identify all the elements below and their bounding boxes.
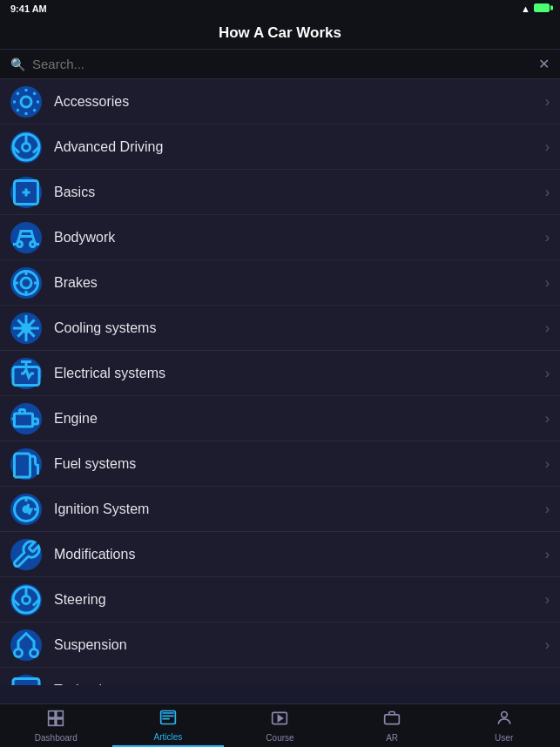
tab-label-user: User <box>495 733 513 743</box>
suspension-icon <box>10 629 42 661</box>
list-item-label-suspension: Suspension <box>54 637 545 653</box>
tab-user[interactable]: User <box>448 706 560 746</box>
steering-icon <box>10 131 42 163</box>
list-item-cooling-systems[interactable]: Cooling systems› <box>0 306 560 351</box>
tab-label-course: Course <box>266 733 293 743</box>
fuel-icon <box>10 448 42 480</box>
svg-marker-29 <box>279 715 283 721</box>
svg-point-16 <box>30 649 38 656</box>
search-icon: 🔍 <box>10 57 25 71</box>
chevron-right-icon-fuel-systems: › <box>545 456 550 472</box>
list-item-label-bodywork: Bodywork <box>54 230 545 246</box>
search-bar[interactable]: 🔍 ✕ <box>0 50 560 79</box>
list-item-ignition-system[interactable]: Ignition System› <box>0 487 560 532</box>
chevron-right-icon-steering: › <box>545 592 550 608</box>
svg-rect-24 <box>57 710 64 717</box>
basics-icon <box>10 177 42 208</box>
tab-ar[interactable]: AR <box>336 706 449 746</box>
brakes-icon <box>10 267 42 299</box>
list-item-bodywork[interactable]: Bodywork› <box>0 215 560 260</box>
engine-icon <box>10 403 42 434</box>
list-item-technology[interactable]: Technology› <box>0 668 560 685</box>
svg-point-7 <box>21 278 31 288</box>
chevron-right-icon-accessories: › <box>545 94 550 110</box>
svg-point-2 <box>23 143 30 151</box>
ar-tab-icon <box>383 710 401 731</box>
technology-icon <box>10 675 42 686</box>
list-item-label-brakes: Brakes <box>54 275 545 291</box>
accessories-icon <box>10 86 42 118</box>
list-item-advanced-driving[interactable]: Advanced Driving› <box>0 124 560 170</box>
user-tab-icon <box>496 710 513 731</box>
list-item-label-electrical-systems: Electrical systems <box>54 366 545 381</box>
course-tab-icon <box>271 710 288 731</box>
list-item-modifications[interactable]: Modifications› <box>0 532 560 577</box>
list-item-label-fuel-systems: Fuel systems <box>54 456 545 472</box>
tab-label-dashboard: Dashboard <box>35 733 78 743</box>
list-item-label-steering: Steering <box>54 592 545 608</box>
chevron-right-icon-brakes: › <box>545 275 550 291</box>
list-item-fuel-systems[interactable]: Fuel systems› <box>0 441 560 487</box>
svg-point-0 <box>21 97 31 107</box>
modifications-icon <box>10 539 42 570</box>
tab-articles[interactable]: Articles <box>112 705 225 747</box>
search-clear-button[interactable]: ✕ <box>538 57 550 71</box>
list-item-brakes[interactable]: Brakes› <box>0 260 560 306</box>
svg-point-31 <box>501 711 507 717</box>
ignition-icon <box>10 494 42 525</box>
list-item-accessories[interactable]: Accessories› <box>0 79 560 124</box>
list-item-label-ignition-system: Ignition System <box>54 501 545 517</box>
status-bar: 9:41 AM ▲ <box>0 0 560 17</box>
chevron-right-icon-electrical-systems: › <box>545 366 550 381</box>
tab-course[interactable]: Course <box>224 706 336 746</box>
cooling-icon <box>10 313 42 344</box>
battery-indicator <box>534 3 550 14</box>
dashboard-tab-icon <box>47 710 64 731</box>
electrical-icon <box>10 358 42 389</box>
chevron-right-icon-suspension: › <box>545 637 550 653</box>
list-item-label-advanced-driving: Advanced Driving <box>54 139 545 155</box>
chevron-right-icon-technology: › <box>545 683 550 686</box>
list-item-label-engine: Engine <box>54 411 545 427</box>
svg-rect-26 <box>57 718 64 725</box>
list-item-basics[interactable]: Basics› <box>0 170 560 215</box>
list-item-engine[interactable]: Engine› <box>0 396 560 441</box>
chevron-right-icon-basics: › <box>545 185 550 200</box>
category-list: Accessories›Advanced Driving›Basics›Body… <box>0 79 560 685</box>
list-item-label-modifications: Modifications <box>54 547 545 562</box>
svg-point-14 <box>23 596 30 603</box>
articles-tab-icon <box>159 709 177 730</box>
header-title: How A Car Works <box>219 24 341 41</box>
wifi-icon: ▲ <box>521 3 530 14</box>
app-header: How A Car Works <box>0 17 560 50</box>
chevron-right-icon-engine: › <box>545 411 550 427</box>
tab-label-articles: Articles <box>153 732 182 742</box>
status-time: 9:41 AM <box>10 3 47 14</box>
list-item-electrical-systems[interactable]: Electrical systems› <box>0 351 560 396</box>
chevron-right-icon-advanced-driving: › <box>545 139 550 155</box>
svg-rect-23 <box>49 710 56 717</box>
list-item-label-technology: Technology <box>54 683 545 686</box>
svg-rect-10 <box>15 414 33 427</box>
chevron-right-icon-ignition-system: › <box>545 501 550 517</box>
list-item-label-basics: Basics <box>54 185 545 200</box>
tab-label-ar: AR <box>386 733 398 743</box>
chevron-right-icon-modifications: › <box>545 547 550 562</box>
list-item-steering[interactable]: Steering› <box>0 577 560 622</box>
tab-bar: DashboardArticlesCourseARUser <box>0 703 560 747</box>
chevron-right-icon-cooling-systems: › <box>545 320 550 336</box>
steering2-icon <box>10 584 42 616</box>
svg-rect-30 <box>385 714 400 723</box>
bodywork-icon <box>10 222 42 253</box>
list-item-label-cooling-systems: Cooling systems <box>54 320 545 336</box>
svg-rect-17 <box>13 678 39 685</box>
svg-rect-25 <box>49 718 56 725</box>
search-input[interactable] <box>32 57 531 71</box>
svg-point-15 <box>15 649 23 656</box>
chevron-right-icon-bodywork: › <box>545 230 550 246</box>
status-icons: ▲ <box>521 3 550 14</box>
svg-point-5 <box>30 241 36 246</box>
svg-point-4 <box>17 241 23 246</box>
list-item-suspension[interactable]: Suspension› <box>0 622 560 668</box>
tab-dashboard[interactable]: Dashboard <box>0 706 112 746</box>
